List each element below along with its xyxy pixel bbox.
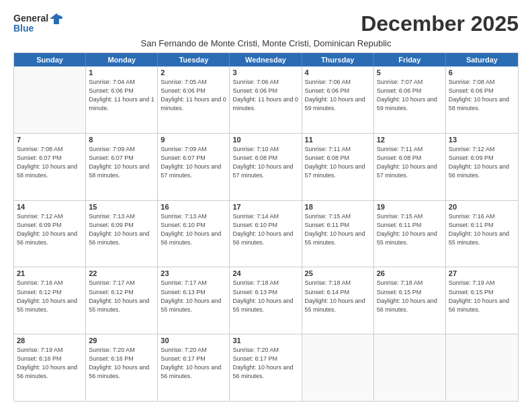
day-number: 9 [161,136,226,144]
day-number: 19 [377,203,443,211]
cal-cell-w5-d1: 28Sunrise: 7:19 AM Sunset: 6:16 PM Dayli… [14,334,86,401]
cal-cell-w1-d3: 2Sunrise: 7:05 AM Sunset: 6:06 PM Daylig… [158,66,230,133]
day-number: 17 [232,203,298,211]
cell-info: Sunrise: 7:16 AM Sunset: 6:11 PM Dayligh… [449,212,515,247]
cell-info: Sunrise: 7:06 AM Sunset: 6:06 PM Dayligh… [232,78,298,113]
cal-cell-w2-d5: 11Sunrise: 7:11 AM Sunset: 6:08 PM Dayli… [302,134,374,200]
cal-cell-w4-d4: 24Sunrise: 7:18 AM Sunset: 6:13 PM Dayli… [230,267,302,334]
day-number: 18 [305,203,371,211]
cell-info: Sunrise: 7:19 AM Sunset: 6:16 PM Dayligh… [17,346,83,381]
day-number: 4 [305,68,371,77]
cal-cell-w5-d4: 31Sunrise: 7:20 AM Sunset: 6:17 PM Dayli… [230,334,302,401]
cell-info: Sunrise: 7:11 AM Sunset: 6:08 PM Dayligh… [305,145,371,180]
day-number: 23 [161,269,226,277]
cal-cell-w2-d7: 13Sunrise: 7:12 AM Sunset: 6:09 PM Dayli… [446,134,518,200]
cal-cell-w1-d6: 5Sunrise: 7:07 AM Sunset: 6:06 PM Daylig… [374,66,446,133]
header-row: General Blue December 2025 [13,12,519,36]
svg-marker-0 [50,13,63,24]
week-row-1: 1Sunrise: 7:04 AM Sunset: 6:06 PM Daylig… [14,66,518,133]
day-number: 1 [89,68,154,77]
cell-info: Sunrise: 7:11 AM Sunset: 6:08 PM Dayligh… [377,145,443,180]
calendar-body: 1Sunrise: 7:04 AM Sunset: 6:06 PM Daylig… [14,66,518,401]
day-number: 15 [89,203,154,211]
day-number: 5 [377,68,443,77]
cell-info: Sunrise: 7:17 AM Sunset: 6:12 PM Dayligh… [89,279,154,314]
calendar: Sunday Monday Tuesday Wednesday Thursday… [13,52,519,402]
day-number: 21 [17,269,83,277]
subtitle: San Fernando de Monte Cristi, Monte Cris… [13,38,519,48]
cal-cell-w2-d3: 9Sunrise: 7:09 AM Sunset: 6:07 PM Daylig… [158,134,230,200]
cal-cell-w1-d7: 6Sunrise: 7:08 AM Sunset: 6:06 PM Daylig… [446,66,518,133]
cal-cell-w5-d2: 29Sunrise: 7:20 AM Sunset: 6:16 PM Dayli… [86,334,158,401]
day-number: 14 [17,203,83,211]
cell-info: Sunrise: 7:20 AM Sunset: 6:16 PM Dayligh… [89,346,154,381]
cell-info: Sunrise: 7:18 AM Sunset: 6:13 PM Dayligh… [232,279,298,314]
day-number: 2 [161,68,226,77]
header-monday: Monday [86,53,158,66]
cal-cell-w3-d5: 18Sunrise: 7:15 AM Sunset: 6:11 PM Dayli… [302,201,374,267]
cell-info: Sunrise: 7:13 AM Sunset: 6:09 PM Dayligh… [89,212,154,247]
cell-info: Sunrise: 7:06 AM Sunset: 6:06 PM Dayligh… [305,78,371,113]
header-friday: Friday [374,53,446,66]
cal-cell-w2-d6: 12Sunrise: 7:11 AM Sunset: 6:08 PM Dayli… [374,134,446,200]
cell-info: Sunrise: 7:08 AM Sunset: 6:07 PM Dayligh… [17,145,83,180]
cal-cell-w5-d7 [446,334,518,401]
header-saturday: Saturday [446,53,518,66]
cell-info: Sunrise: 7:05 AM Sunset: 6:06 PM Dayligh… [161,78,226,113]
cal-cell-w3-d3: 16Sunrise: 7:13 AM Sunset: 6:10 PM Dayli… [158,201,230,267]
day-number: 16 [161,203,226,211]
cal-cell-w4-d7: 27Sunrise: 7:19 AM Sunset: 6:15 PM Dayli… [446,267,518,334]
cal-cell-w3-d6: 19Sunrise: 7:15 AM Sunset: 6:11 PM Dayli… [374,201,446,267]
cal-cell-w3-d2: 15Sunrise: 7:13 AM Sunset: 6:09 PM Dayli… [86,201,158,267]
day-number: 30 [161,336,226,345]
day-number: 25 [305,269,371,277]
cell-info: Sunrise: 7:19 AM Sunset: 6:15 PM Dayligh… [449,279,515,314]
cell-info: Sunrise: 7:08 AM Sunset: 6:06 PM Dayligh… [449,78,515,113]
cal-cell-w4-d3: 23Sunrise: 7:17 AM Sunset: 6:13 PM Dayli… [158,267,230,334]
day-number: 26 [377,269,443,277]
day-number: 28 [17,336,83,345]
day-number: 7 [17,136,83,144]
day-number: 29 [89,336,154,345]
day-number: 12 [377,136,443,144]
cal-cell-w2-d4: 10Sunrise: 7:10 AM Sunset: 6:08 PM Dayli… [230,134,302,200]
cell-info: Sunrise: 7:13 AM Sunset: 6:10 PM Dayligh… [161,212,226,247]
day-number: 31 [232,336,298,345]
calendar-header: Sunday Monday Tuesday Wednesday Thursday… [14,53,518,66]
logo: General Blue [13,12,63,34]
cal-cell-w1-d1 [14,66,86,133]
cal-cell-w4-d5: 25Sunrise: 7:18 AM Sunset: 6:14 PM Dayli… [302,267,374,334]
cal-cell-w2-d2: 8Sunrise: 7:09 AM Sunset: 6:07 PM Daylig… [86,134,158,200]
cell-info: Sunrise: 7:15 AM Sunset: 6:11 PM Dayligh… [305,212,371,247]
month-title: December 2025 [361,12,519,36]
page: General Blue December 2025 San Fernando … [0,0,532,411]
cal-cell-w4-d1: 21Sunrise: 7:16 AM Sunset: 6:12 PM Dayli… [14,267,86,334]
logo-bird-icon [50,12,63,24]
day-number: 11 [305,136,371,144]
cal-cell-w5-d3: 30Sunrise: 7:20 AM Sunset: 6:17 PM Dayli… [158,334,230,401]
logo-blue: Blue [13,23,34,34]
cell-info: Sunrise: 7:12 AM Sunset: 6:09 PM Dayligh… [449,145,515,180]
cal-cell-w3-d7: 20Sunrise: 7:16 AM Sunset: 6:11 PM Dayli… [446,201,518,267]
week-row-2: 7Sunrise: 7:08 AM Sunset: 6:07 PM Daylig… [14,133,518,200]
day-number: 8 [89,136,154,144]
cell-info: Sunrise: 7:20 AM Sunset: 6:17 PM Dayligh… [232,346,298,381]
day-number: 20 [449,203,515,211]
header-tuesday: Tuesday [158,53,230,66]
cal-cell-w5-d5 [302,334,374,401]
header-wednesday: Wednesday [230,53,302,66]
cell-info: Sunrise: 7:14 AM Sunset: 6:10 PM Dayligh… [232,212,298,247]
cell-info: Sunrise: 7:04 AM Sunset: 6:06 PM Dayligh… [89,78,154,113]
cell-info: Sunrise: 7:09 AM Sunset: 6:07 PM Dayligh… [89,145,154,180]
day-number: 6 [449,68,515,77]
day-number: 24 [232,269,298,277]
cell-info: Sunrise: 7:12 AM Sunset: 6:09 PM Dayligh… [17,212,83,247]
day-number: 22 [89,269,154,277]
day-number: 13 [449,136,515,144]
cell-info: Sunrise: 7:07 AM Sunset: 6:06 PM Dayligh… [377,78,443,113]
cell-info: Sunrise: 7:15 AM Sunset: 6:11 PM Dayligh… [377,212,443,247]
day-number: 3 [232,68,298,77]
week-row-3: 14Sunrise: 7:12 AM Sunset: 6:09 PM Dayli… [14,200,518,267]
day-number: 27 [449,269,515,277]
cell-info: Sunrise: 7:10 AM Sunset: 6:08 PM Dayligh… [232,145,298,180]
